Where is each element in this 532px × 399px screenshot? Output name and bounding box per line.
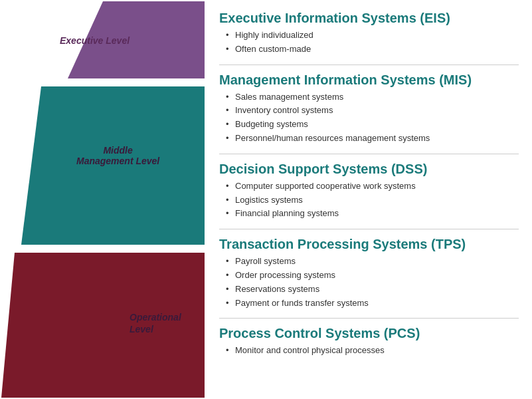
mis-title: Management Information Systems (MIS) bbox=[219, 72, 519, 88]
pyramid-panel: Executive Level Middle Management Level … bbox=[0, 0, 206, 399]
dss-title: Decision Support Systems (DSS) bbox=[219, 161, 519, 177]
pcs-block: Process Control Systems (PCS) Monitor an… bbox=[219, 325, 519, 358]
divider-4 bbox=[219, 318, 519, 319]
tps-title: Transaction Processing Systems (TPS) bbox=[219, 236, 519, 252]
list-item: Personnel/human resources management sys… bbox=[226, 132, 519, 146]
list-item: Monitor and control physical processes bbox=[226, 344, 519, 358]
eis-list: Highly individualized Often custom-made bbox=[219, 29, 519, 57]
pyramid-svg bbox=[0, 0, 206, 399]
list-item: Payroll systems bbox=[226, 255, 519, 269]
svg-rect-0 bbox=[0, 78, 206, 86]
tps-list: Payroll systems Order processing systems… bbox=[219, 255, 519, 310]
divider-3 bbox=[219, 229, 519, 229]
list-item: Often custom-made bbox=[226, 43, 519, 57]
list-item: Payment or funds transfer systems bbox=[226, 297, 519, 311]
svg-rect-1 bbox=[0, 245, 206, 253]
list-item: Financial planning systems bbox=[226, 207, 519, 221]
middle-label: Middle Management Level bbox=[76, 145, 159, 166]
list-item: Highly individualized bbox=[226, 29, 519, 43]
eis-title: Executive Information Systems (EIS) bbox=[219, 10, 519, 26]
list-item: Budgeting systems bbox=[226, 118, 519, 132]
list-item: Order processing systems bbox=[226, 269, 519, 283]
operational-label: Operational Level bbox=[130, 311, 206, 335]
right-panel: Executive Information Systems (EIS) High… bbox=[206, 0, 532, 399]
divider-1 bbox=[219, 65, 519, 65]
list-item: Inventory control systems bbox=[226, 104, 519, 118]
pcs-list: Monitor and control physical processes bbox=[219, 344, 519, 358]
dss-block: Decision Support Systems (DSS) Computer … bbox=[219, 161, 519, 221]
list-item: Sales management systems bbox=[226, 90, 519, 104]
pcs-title: Process Control Systems (PCS) bbox=[219, 325, 519, 341]
mis-list: Sales management systems Inventory contr… bbox=[219, 90, 519, 146]
eis-block: Executive Information Systems (EIS) High… bbox=[219, 10, 519, 57]
mis-block: Management Information Systems (MIS) Sal… bbox=[219, 72, 519, 146]
list-item: Computer supported cooperative work syst… bbox=[226, 180, 519, 194]
tps-block: Transaction Processing Systems (TPS) Pay… bbox=[219, 236, 519, 310]
executive-label: Executive Level bbox=[60, 35, 130, 47]
list-item: Reservations systems bbox=[226, 283, 519, 297]
list-item: Logistics systems bbox=[226, 194, 519, 207]
divider-2 bbox=[219, 154, 519, 154]
dss-list: Computer supported cooperative work syst… bbox=[219, 180, 519, 221]
